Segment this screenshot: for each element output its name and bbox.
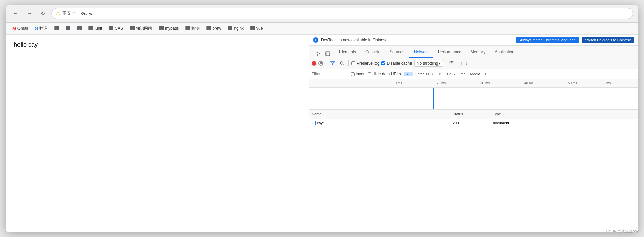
bookmark-mybatis[interactable]: mybatis [156, 25, 181, 32]
svg-rect-1 [326, 52, 327, 56]
header-status: Status [450, 112, 490, 116]
bookmark-blank2[interactable] [63, 25, 73, 31]
folder-icon [54, 26, 59, 30]
svg-line-5 [453, 61, 454, 61]
stop-button[interactable] [318, 61, 323, 66]
bookmark-nginx-label: nginx [234, 26, 244, 31]
hide-data-urls-checkbox-label[interactable]: Hide data URLs [368, 72, 401, 76]
tick-20ms: 20 ms [437, 79, 446, 87]
throttling-selector[interactable]: No throttling ▾ [414, 60, 443, 67]
filter-css-button[interactable]: CSS [445, 72, 457, 76]
table-row[interactable]: cay/ 200 document [309, 119, 638, 127]
filter-js-button[interactable]: JS [436, 72, 444, 76]
throttling-label: No throttling [417, 61, 438, 66]
filter-all-button[interactable]: All [404, 72, 413, 76]
cell-name: cay/ [309, 121, 450, 125]
folder-icon [228, 26, 232, 30]
not-secure-label: 不安全 [62, 10, 75, 16]
page-content: hello cay [6, 35, 309, 232]
download-icon[interactable]: ↓ [465, 61, 467, 66]
translate-icon: G [35, 26, 38, 31]
tab-application[interactable]: Application [490, 47, 519, 58]
folder-icon [185, 26, 190, 30]
back-button[interactable]: ← [11, 9, 21, 18]
bookmark-nginx[interactable]: nginx [225, 25, 246, 32]
bookmark-cas[interactable]: CAS [106, 25, 126, 32]
document-icon [312, 121, 316, 125]
bookmark-suanfa[interactable]: 算法 [183, 25, 202, 32]
filter-img-button[interactable]: Img [457, 72, 467, 76]
tab-memory[interactable]: Memory [466, 47, 490, 58]
folder-icon [206, 26, 211, 30]
title-bar: ← → ↻ ⚠ 不安全 | 3/cay/ [6, 5, 638, 23]
filter-media-button[interactable]: Media [468, 72, 482, 76]
tab-network[interactable]: Network [409, 47, 433, 58]
header-name: Name [309, 112, 450, 116]
invert-checkbox[interactable] [351, 72, 355, 76]
svg-line-3 [343, 64, 344, 65]
tick-40ms: 40 ms [524, 79, 533, 87]
tab-elements[interactable]: Elements [334, 47, 361, 58]
disable-cache-checkbox[interactable] [381, 61, 385, 65]
filter-input[interactable] [312, 72, 345, 76]
tab-sources[interactable]: Sources [385, 47, 409, 58]
cell-type: document [490, 121, 537, 125]
forward-button[interactable]: → [25, 9, 34, 18]
upload-icon[interactable]: ↑ [460, 61, 462, 66]
watermark-text: CSDN @凯先生boy [606, 229, 639, 233]
switch-devtools-button[interactable]: Switch DevTools to Chinese [582, 37, 634, 43]
bookmark-translate-label: 翻译 [39, 26, 47, 31]
bookmark-blank3[interactable] [74, 25, 84, 31]
filter-icon-btn[interactable] [329, 61, 336, 66]
blue-marker-line [433, 88, 434, 110]
filter-bar: Invert Hide data URLs All Fetch/XHR JS C… [309, 69, 638, 79]
address-bar[interactable]: ⚠ 不安全 | 3/cay/ [51, 8, 633, 19]
disable-cache-checkbox-label[interactable]: Disable cache [381, 61, 412, 66]
hide-data-urls-checkbox[interactable] [368, 72, 371, 76]
record-button[interactable] [312, 61, 316, 66]
network-table-header: Name Status Type [309, 110, 638, 119]
tab-console[interactable]: Console [361, 47, 385, 58]
bookmark-translate[interactable]: G 翻译 [32, 25, 50, 32]
bookmark-junit-label: junit [95, 26, 102, 31]
bookmarks-bar: M Gmail G 翻译 junit CAS 知识网站 [6, 23, 638, 35]
bookmark-vue[interactable]: vue [248, 25, 265, 32]
tick-10ms: 10 ms [393, 79, 402, 87]
filter-fetch-xhr-button[interactable]: Fetch/XHR [413, 72, 435, 76]
folder-icon [88, 26, 93, 30]
hide-data-urls-label: Hide data URLs [372, 72, 401, 76]
toolbar-divider2 [348, 60, 349, 66]
bookmark-gmail-label: Gmail [17, 26, 28, 31]
bookmark-gmail[interactable]: M Gmail [10, 25, 31, 32]
stop-icon [320, 62, 322, 64]
devtools-toolbar: Preserve log Disable cache No throttling… [309, 58, 638, 69]
bookmark-vue-label: vue [256, 26, 263, 31]
folder-icon [130, 26, 135, 30]
preserve-log-label: Preserve log [357, 61, 379, 66]
bookmark-brew-label: brew [212, 26, 221, 31]
search-icon-btn[interactable] [338, 60, 346, 66]
filter-font-button[interactable]: F [483, 72, 490, 76]
folder-icon [109, 26, 113, 30]
invert-checkbox-label[interactable]: Invert [351, 72, 366, 76]
folder-icon [66, 26, 70, 30]
devtools-tabs: Elements Console Sources Network Perform… [309, 46, 638, 58]
folder-icon [250, 26, 255, 30]
folder-icon [77, 26, 82, 30]
tab-performance[interactable]: Performance [433, 47, 466, 58]
dock-icon-btn[interactable] [324, 49, 332, 58]
header-type: Type [490, 112, 537, 116]
tick-30ms: 30 ms [480, 79, 490, 87]
preserve-log-checkbox-label[interactable]: Preserve log [351, 61, 379, 66]
wifi-icon [449, 61, 454, 66]
bookmark-zhishi[interactable]: 知识网站 [127, 25, 155, 32]
bookmark-blank1[interactable] [51, 25, 62, 31]
preserve-log-checkbox[interactable] [351, 61, 355, 65]
always-match-language-button[interactable]: Always match Chrome's language [516, 37, 579, 43]
timeline-area: 10 ms 20 ms 30 ms 40 ms 50 ms 60 ms [309, 79, 638, 110]
dom-content-loaded-line [309, 90, 595, 90]
bookmark-junit[interactable]: junit [86, 25, 105, 32]
reload-button[interactable]: ↻ [38, 9, 47, 18]
bookmark-brew[interactable]: brew [204, 25, 224, 32]
cursor-icon-btn[interactable] [314, 49, 322, 58]
